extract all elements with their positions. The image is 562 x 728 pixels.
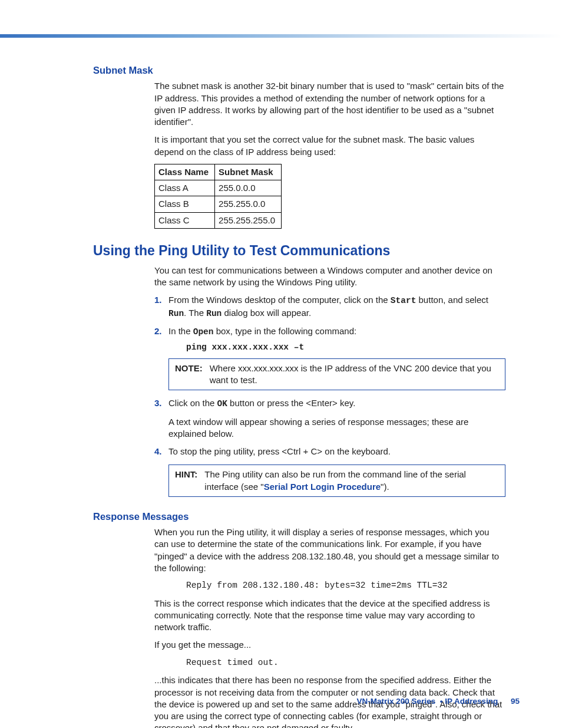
step1-a: From the Windows desktop of the computer… [168, 295, 391, 305]
step2-open: Open [193, 327, 214, 337]
page-footer: VN-Matrix 200 Series • IP Addressing 95 [357, 696, 520, 707]
steps-list: From the Windows desktop of the computer… [154, 294, 505, 497]
step3-enter: Enter [311, 398, 332, 408]
page-content: Subnet Mask The subnet mask is another 3… [35, 35, 527, 728]
step1-e: . The [184, 308, 206, 318]
step3-e: > key. [332, 398, 355, 408]
step2-a: In the [168, 326, 193, 336]
link-serial-port[interactable]: Serial Port Login Procedure [264, 482, 381, 492]
cell-mask-c: 255.255.255.0 [215, 212, 282, 228]
top-gradient-rule [0, 34, 562, 38]
step1-c: button, and select [416, 295, 488, 305]
footer-product: VN-Matrix 200 Series [357, 697, 436, 706]
note-box: NOTE: Where xxx.xxx.xxx.xxx is the IP ad… [168, 358, 505, 391]
th-subnet-mask: Subnet Mask [215, 164, 282, 180]
step1-run: Run [168, 309, 184, 318]
cell-mask-b: 255.255.0.0 [215, 196, 282, 212]
heading-response-messages: Response Messages [93, 510, 505, 523]
code-reply: Reply from 208.132.180.48: bytes=32 time… [186, 580, 505, 592]
th-class-name: Class Name [155, 164, 215, 180]
subnet-p2: It is important that you set the correct… [154, 134, 505, 158]
footer-bullet: • [440, 697, 443, 706]
step4-ctrl-c: Ctrl + C [287, 446, 317, 456]
subnet-p1: The subnet mask is another 32-bit binary… [154, 80, 505, 128]
step3-ok: OK [217, 399, 227, 409]
step3-a: Click on the [168, 398, 217, 408]
heading-ping-utility: Using the Ping Utility to Test Communica… [93, 242, 505, 260]
cell-class-b: Class B [155, 196, 215, 212]
step1-g: dialog box will appear. [222, 308, 311, 318]
table-header-row: Class Name Subnet Mask [155, 164, 282, 180]
ping-command: ping xxx.xxx.xxx.xxx –t [186, 342, 505, 354]
ping-intro: You can test for communications between … [154, 265, 505, 289]
table-row: Class C 255.255.255.0 [155, 212, 282, 228]
hint-box: HINT: The Ping utility can also be run f… [168, 465, 505, 497]
note-text: Where xxx.xxx.xxx.xxx is the IP address … [210, 363, 499, 387]
hint-b: "). [381, 482, 389, 492]
step1-start: Start [391, 296, 416, 305]
step-3: Click on the OK button or press the <Ent… [154, 397, 505, 440]
step-4: To stop the ping utility, press <Ctrl + … [154, 446, 505, 497]
table-row: Class B 255.255.0.0 [155, 196, 282, 212]
step4-c: > on the keyboard. [317, 446, 391, 456]
step-2: In the Open box, type in the following c… [154, 325, 505, 390]
note-label: NOTE: [175, 363, 203, 387]
hint-label: HINT: [175, 469, 197, 493]
step-1: From the Windows desktop of the computer… [154, 294, 505, 319]
cell-mask-a: 255.0.0.0 [215, 180, 282, 196]
cell-class-c: Class C [155, 212, 215, 228]
footer-chapter: IP Addressing [445, 697, 498, 706]
step1-run2: Run [206, 309, 222, 318]
code-timeout: Request timed out. [186, 657, 505, 669]
step4-a: To stop the ping utility, press < [168, 446, 287, 456]
footer-page: 95 [511, 697, 520, 706]
step3-c: button or press the < [227, 398, 311, 408]
table-row: Class A 255.0.0.0 [155, 180, 282, 196]
heading-subnet-mask: Subnet Mask [93, 64, 505, 77]
cell-class-a: Class A [155, 180, 215, 196]
resp-p1: When you run the Ping utility, it will d… [154, 526, 505, 574]
step3-sub: A text window will appear showing a seri… [168, 416, 505, 440]
resp-p2: This is the correct response which indic… [154, 598, 505, 634]
hint-text: The Ping utility can also be run from th… [204, 469, 499, 493]
subnet-table: Class Name Subnet Mask Class A 255.0.0.0… [154, 164, 282, 229]
resp-p3: If you get the message... [154, 639, 505, 651]
step2-c: box, type in the following command: [214, 326, 357, 336]
